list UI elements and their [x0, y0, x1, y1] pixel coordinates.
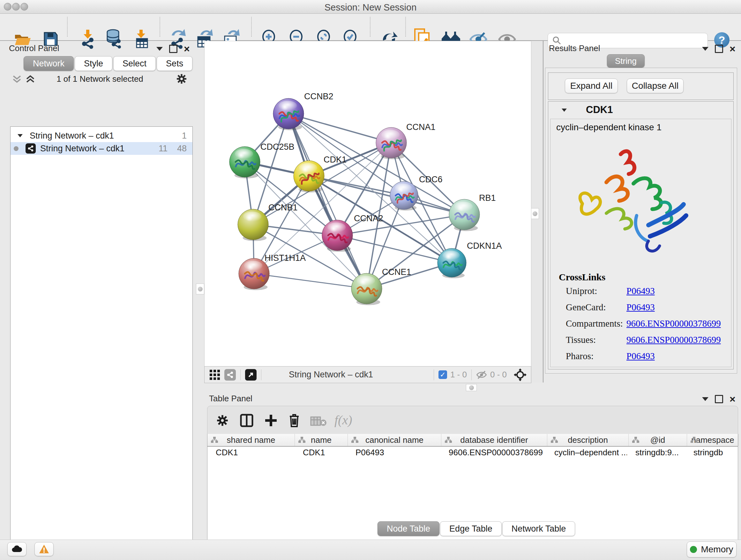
column-header-sharedname[interactable]: shared name: [207, 434, 295, 446]
crosslink-value-link[interactable]: P06493: [626, 302, 655, 313]
panel-float-icon[interactable]: [715, 395, 723, 403]
section-title: CDK1: [586, 104, 613, 116]
grid-view-icon[interactable]: [209, 369, 220, 381]
node-ccne1[interactable]: CCNE1: [351, 267, 411, 305]
cell-name[interactable]: CDK1: [294, 448, 347, 457]
crosslink-value-link[interactable]: P06493: [626, 351, 655, 361]
edge-ccne1-hist1h1a[interactable]: [254, 273, 367, 289]
network-list-header: 1 of 1 Network selected: [8, 73, 192, 85]
delete-column-icon[interactable]: [288, 413, 300, 428]
node-cdkn1a[interactable]: CDKN1A: [437, 241, 502, 278]
crosslink-row: Uniprot:P06493: [566, 286, 725, 296]
crosslink-value-link[interactable]: 9606.ENSP00000378699: [626, 318, 721, 329]
collapse-all-button[interactable]: Collapse All: [627, 78, 684, 93]
panel-collapse-icon[interactable]: [702, 47, 709, 51]
table-tabs: Node TableEdge TableNetwork Table: [378, 521, 575, 536]
bottom-divider-handle[interactable]: [466, 384, 477, 391]
crosslink-label: Uniprot:: [566, 286, 626, 296]
cell-id[interactable]: stringdb:9...: [627, 448, 685, 457]
node-ccnb1[interactable]: CCNB1: [238, 203, 298, 241]
add-column-icon[interactable]: [264, 414, 278, 427]
tab-node-table[interactable]: Node Table: [378, 521, 440, 536]
selected-checkbox-icon[interactable]: ✓: [439, 370, 447, 379]
warning-button[interactable]: [35, 542, 54, 556]
network-canvas[interactable]: CCNB2CCNA1CDC25BCDK1CDC6RB1CCNB1CCNA2CDK…: [204, 41, 531, 367]
column-type-icon: [550, 436, 558, 443]
cell-databaseidentifier[interactable]: 9606.ENSP00000378699: [441, 448, 546, 457]
panel-float-icon[interactable]: [715, 45, 723, 53]
tab-select[interactable]: Select: [113, 56, 156, 71]
memory-button[interactable]: Memory: [687, 542, 737, 557]
node-cdc25b[interactable]: CDC25B: [229, 142, 294, 179]
node-count: 11: [158, 144, 167, 153]
cell-canonicalname[interactable]: P06493: [347, 448, 441, 457]
column-header-id[interactable]: @id: [629, 434, 687, 446]
node-ccna1[interactable]: CCNA1: [376, 122, 435, 159]
cell-sharedname[interactable]: CDK1: [207, 448, 294, 457]
cloud-button[interactable]: [7, 542, 26, 556]
panel-close-icon[interactable]: ×: [730, 46, 736, 52]
footer-separator: [261, 369, 261, 380]
left-divider-handle[interactable]: [196, 284, 204, 294]
protein-description: cyclin–dependent kinase 1: [556, 122, 662, 132]
cdk1-section: CDK1 cyclin–dependent kinase 1: [548, 101, 734, 369]
tab-sets[interactable]: Sets: [157, 56, 192, 71]
network-badge-share-icon[interactable]: [224, 369, 236, 381]
tree-expanded-icon[interactable]: [17, 134, 23, 137]
column-header-databaseidentifier[interactable]: database identifier: [441, 434, 547, 446]
tab-network[interactable]: Network: [23, 56, 74, 71]
node-label-ccnb1: CCNB1: [268, 203, 298, 212]
network-collection-row[interactable]: String Network – cdk1 1: [10, 129, 192, 142]
tab-network-table[interactable]: Network Table: [502, 521, 576, 536]
delete-table-icon: [310, 416, 327, 427]
crosslink-label: Tissues:: [566, 334, 626, 345]
panel-close-icon[interactable]: ×: [730, 396, 736, 402]
column-type-icon: [690, 436, 698, 443]
panel-collapse-icon[interactable]: [156, 47, 163, 51]
tab-string[interactable]: String: [607, 54, 645, 68]
cloud-icon: [11, 545, 22, 553]
crosslink-value-link[interactable]: P06493: [626, 286, 655, 296]
column-header-name[interactable]: name: [295, 434, 348, 446]
current-network-dot-icon: [14, 146, 18, 151]
column-type-icon: [632, 436, 639, 443]
detach-view-icon[interactable]: [245, 369, 257, 381]
tab-style[interactable]: Style: [75, 56, 112, 71]
show-columns-icon[interactable]: [240, 414, 253, 427]
main-toolbar: ?: [0, 14, 741, 41]
node-hist1h1a[interactable]: HIST1H1A: [239, 253, 306, 290]
crosslink-row: GeneCard:P06493: [566, 302, 725, 313]
table-row[interactable]: CDK1CDK1P064939606.ENSP00000378699cyclin…: [207, 447, 738, 458]
panel-close-icon[interactable]: ×: [184, 46, 190, 52]
crosslink-label: GeneCard:: [566, 302, 626, 313]
footer-separator: [471, 369, 472, 380]
table-gear-icon[interactable]: [216, 415, 228, 427]
crosslink-value-link[interactable]: 9606.ENSP00000378699: [626, 334, 721, 345]
network-graph[interactable]: CCNB2CCNA1CDC25BCDK1CDC6RB1CCNB1CCNA2CDK…: [205, 41, 531, 367]
column-header-description[interactable]: description: [547, 434, 629, 446]
cell-namespace[interactable]: stringdb: [685, 448, 737, 457]
column-header-namespace[interactable]: namespace: [687, 434, 739, 446]
edge-count: 48: [177, 144, 187, 153]
network-row-selected[interactable]: String Network – cdk1 11 48: [10, 142, 192, 155]
section-collapse-icon[interactable]: [562, 109, 567, 112]
panel-float-icon[interactable]: [169, 45, 178, 53]
tab-edge-table[interactable]: Edge Table: [440, 521, 502, 536]
node-label-cdc6: CDC6: [419, 175, 443, 184]
toolbar-separator: [159, 17, 160, 37]
expand-all-button[interactable]: Expand All: [565, 78, 618, 93]
control-panel: Control Panel × NetworkStyleSelectSets 1…: [3, 41, 192, 533]
footer-separator: [240, 369, 241, 380]
footer-separator: [434, 369, 434, 380]
gear-icon[interactable]: [176, 73, 187, 84]
birds-eye-crosshair-icon[interactable]: [514, 368, 527, 381]
hidden-count: 0 - 0: [490, 370, 507, 380]
node-label-rb1: RB1: [479, 193, 496, 203]
column-header-canonicalname[interactable]: canonical name: [348, 434, 441, 446]
cell-description[interactable]: cyclin–dependent ...: [546, 448, 627, 457]
panel-collapse-icon[interactable]: [702, 397, 709, 401]
node-rb1[interactable]: RB1: [449, 193, 496, 231]
network-selected-status: 1 of 1 Network selected: [8, 74, 192, 84]
right-divider-handle[interactable]: [531, 208, 539, 219]
node-label-cdkn1a: CDKN1A: [467, 241, 502, 251]
